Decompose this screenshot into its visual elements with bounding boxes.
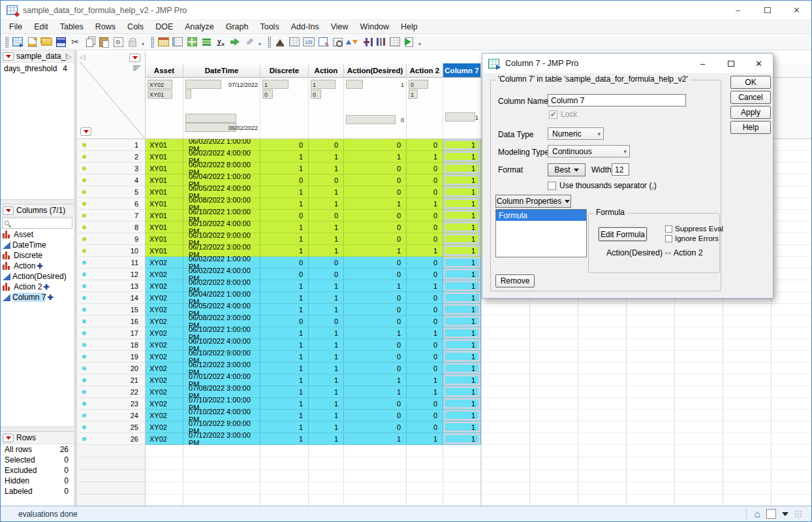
column-header-action[interactable]: Action: [309, 63, 344, 78]
dropdown-triangle-icon[interactable]: [782, 512, 789, 516]
cell-discrete[interactable]: 1: [260, 304, 309, 316]
column-list-item[interactable]: Column 7✚: [1, 292, 74, 302]
cell-col7[interactable]: 1: [443, 363, 481, 374]
tabulate-icon[interactable]: [388, 36, 401, 48]
cell-asset[interactable]: XY01: [146, 186, 183, 198]
rows-stat-row[interactable]: Labeled0: [1, 486, 74, 497]
select-pencil-icon[interactable]: [317, 36, 330, 48]
column-order-icon[interactable]: [133, 65, 141, 71]
empty-cell[interactable]: [443, 495, 481, 506]
cell-col7[interactable]: 1: [443, 163, 481, 174]
cell-col7[interactable]: 1: [443, 292, 481, 304]
cell-asset[interactable]: XY02: [146, 374, 183, 386]
empty-cell[interactable]: [309, 495, 344, 506]
cell-col7[interactable]: 1: [443, 304, 481, 316]
empty-cell[interactable]: [183, 470, 260, 482]
help-button[interactable]: Help: [730, 121, 771, 134]
cell-col7[interactable]: 1: [443, 257, 481, 269]
menu-tables[interactable]: Tables: [54, 21, 89, 33]
menu-graph[interactable]: Graph: [220, 21, 255, 33]
lock-checkbox[interactable]: ✔ Lock: [549, 110, 577, 119]
cell-discrete[interactable]: 1: [260, 351, 309, 363]
column-list-item[interactable]: Asset: [1, 229, 74, 240]
toolbar-overflow-icon[interactable]: ▾: [418, 41, 421, 47]
empty-cell[interactable]: [183, 457, 260, 470]
cell-action[interactable]: 0: [309, 174, 344, 186]
empty-cell[interactable]: [146, 482, 183, 495]
empty-cell[interactable]: [146, 470, 183, 482]
empty-cell[interactable]: [344, 482, 407, 495]
cell-action[interactable]: 1: [309, 433, 344, 445]
columns-header-red-triangle[interactable]: [129, 54, 140, 62]
columns-menu-red-triangle[interactable]: [3, 206, 14, 215]
column-header-datetime[interactable]: DateTime: [183, 63, 260, 78]
open-file-icon[interactable]: [40, 36, 53, 48]
cell-asset[interactable]: XY02: [146, 327, 183, 339]
header-graph-asset[interactable]: XY02XY01: [146, 78, 183, 139]
stack-bars-icon[interactable]: [200, 36, 213, 48]
cell-actdes[interactable]: 0: [344, 186, 407, 198]
cell-col7[interactable]: 1: [443, 151, 481, 163]
property-item-formula[interactable]: Formula: [496, 210, 586, 221]
rows-stat-row[interactable]: Selected0: [1, 455, 74, 465]
cell-discrete[interactable]: 1: [260, 245, 309, 257]
panel-splitter[interactable]: [1, 199, 74, 204]
row-number-cell[interactable]: 22: [78, 386, 146, 398]
column-list-item[interactable]: Discrete: [1, 250, 74, 261]
empty-cell[interactable]: [309, 445, 344, 457]
cell-asset[interactable]: XY02: [146, 304, 183, 316]
cell-asset[interactable]: XY02: [146, 398, 183, 410]
cell-discrete[interactable]: 1: [260, 398, 309, 410]
cell-asset[interactable]: XY02: [146, 280, 183, 292]
empty-cell[interactable]: [260, 457, 309, 470]
cell-actdes[interactable]: 0: [344, 257, 407, 269]
close-button[interactable]: ✕: [782, 1, 811, 20]
cell-actdes[interactable]: 0: [344, 398, 407, 410]
sort-columns-icon[interactable]: [345, 36, 358, 48]
rows-stat-row[interactable]: Hidden0: [1, 476, 74, 486]
search-table-icon[interactable]: [331, 36, 344, 48]
cell-act2[interactable]: 0: [407, 292, 443, 304]
row-number-cell[interactable]: 9: [78, 233, 146, 245]
toolbar-drag-handle[interactable]: [268, 37, 271, 48]
cell-asset[interactable]: XY01: [146, 245, 183, 257]
new-data-table-icon[interactable]: [11, 36, 24, 48]
cell-act2[interactable]: 0: [407, 398, 443, 410]
cell-col7[interactable]: 1: [443, 410, 481, 421]
empty-cell[interactable]: [183, 495, 260, 506]
cell-asset[interactable]: XY02: [146, 257, 183, 269]
cell-discrete[interactable]: 1: [260, 386, 309, 398]
empty-cell[interactable]: [260, 445, 309, 457]
row-number-cell[interactable]: 25: [78, 421, 146, 433]
empty-cell[interactable]: [344, 457, 407, 470]
cell-actdes[interactable]: 0: [344, 339, 407, 351]
cell-discrete[interactable]: 1: [260, 327, 309, 339]
header-graph-action[interactable]: 10: [309, 78, 344, 139]
cell-action[interactable]: 0: [309, 316, 344, 327]
empty-cell[interactable]: [260, 495, 309, 506]
dialog-minimize-button[interactable]: –: [689, 54, 717, 73]
modeling-type-select[interactable]: Continuous ▾: [548, 145, 630, 157]
empty-row-number-cell[interactable]: [78, 482, 146, 495]
row-number-cell[interactable]: 17: [78, 327, 146, 339]
cell-action[interactable]: 1: [309, 363, 344, 374]
cell-act2[interactable]: 1: [407, 386, 443, 398]
summary-table-icon[interactable]: [171, 36, 184, 48]
cell-col7[interactable]: 1: [443, 221, 481, 233]
cell-actdes[interactable]: 0: [344, 410, 407, 421]
cell-act2[interactable]: 0: [407, 421, 443, 433]
ignore-errors-checkbox[interactable]: Ignore Errors: [665, 235, 719, 242]
cell-action[interactable]: 0: [309, 210, 344, 221]
paste-icon[interactable]: [97, 36, 110, 48]
cell-discrete[interactable]: 0: [260, 269, 309, 280]
row-number-cell[interactable]: 26: [78, 433, 146, 445]
rows-stat-row[interactable]: Excluded0: [1, 465, 74, 476]
cell-col7[interactable]: 1: [443, 327, 481, 339]
cell-col7[interactable]: 1: [443, 210, 481, 221]
cell-actdes[interactable]: 1: [344, 327, 407, 339]
cell-action[interactable]: 1: [309, 151, 344, 163]
cell-asset[interactable]: XY02: [146, 269, 183, 280]
table-variable-row[interactable]: days_threshold4: [1, 63, 74, 74]
cell-act2[interactable]: 1: [407, 280, 443, 292]
cell-act2[interactable]: 0: [407, 363, 443, 374]
